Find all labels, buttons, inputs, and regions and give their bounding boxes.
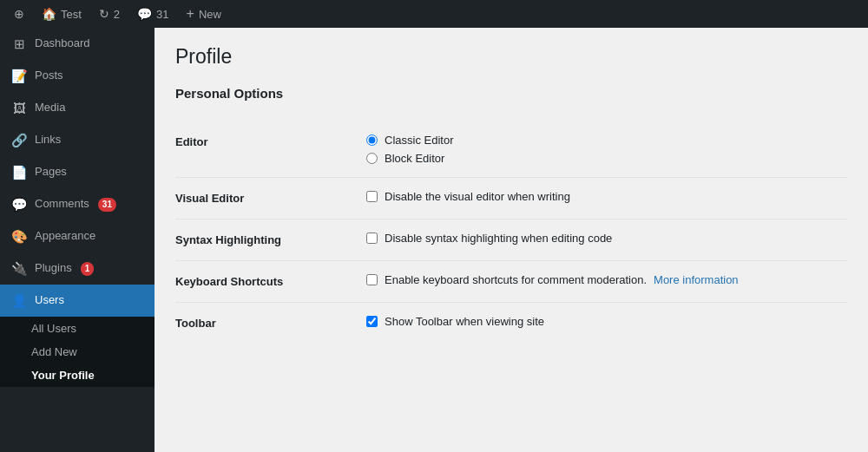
sidebar-item-posts[interactable]: 📝 Posts <box>0 60 155 92</box>
comments-button[interactable]: 💬 31 <box>130 0 175 28</box>
block-editor-option[interactable]: Block Editor <box>366 152 847 165</box>
section-title: Personal Options <box>175 86 847 108</box>
media-icon: 🖼 <box>10 99 28 117</box>
sidebar-label-links: Links <box>35 132 61 147</box>
page-title: Profile <box>175 45 847 69</box>
keyboard-shortcuts-option[interactable]: Enable keyboard shortcuts for comment mo… <box>366 273 847 286</box>
sidebar-label-users: Users <box>35 292 64 308</box>
sidebar: ⊞ Dashboard 📝 Posts 🖼 Media 🔗 Links 📄 Pa… <box>0 28 155 452</box>
keyboard-shortcuts-more-info-link[interactable]: More information <box>654 273 739 286</box>
wp-logo-button[interactable]: ⊕ <box>7 0 31 28</box>
sidebar-item-dashboard[interactable]: ⊞ Dashboard <box>0 28 155 60</box>
syntax-highlighting-label: Syntax Highlighting <box>175 219 366 261</box>
visual-editor-checkbox[interactable] <box>366 191 378 202</box>
new-content-button[interactable]: + New <box>180 0 228 28</box>
new-label: New <box>199 8 221 21</box>
plugins-icon: 🔌 <box>10 259 28 278</box>
updates-icon: ↻ <box>99 7 109 21</box>
main-content: Profile Personal Options Editor Classic … <box>155 28 868 452</box>
sidebar-label-appearance: Appearance <box>35 228 95 244</box>
classic-editor-option[interactable]: Classic Editor <box>366 134 847 147</box>
submenu-add-new[interactable]: Add New <box>0 340 155 364</box>
toolbar-row: Toolbar Show Toolbar when viewing site <box>175 303 847 344</box>
editor-options: Classic Editor Block Editor <box>366 121 847 178</box>
keyboard-shortcuts-row: Keyboard Shortcuts Enable keyboard short… <box>175 261 847 303</box>
sidebar-item-plugins[interactable]: 🔌 Plugins 1 <box>0 252 155 285</box>
comments-nav-icon: 💬 <box>10 195 28 213</box>
plus-icon: + <box>187 6 194 22</box>
posts-icon: 📝 <box>10 67 28 85</box>
keyboard-shortcuts-cell: Enable keyboard shortcuts for comment mo… <box>366 261 847 303</box>
pages-icon: 📄 <box>10 163 28 181</box>
toolbar-checkbox[interactable] <box>366 316 378 327</box>
keyboard-shortcuts-checkbox[interactable] <box>366 274 378 285</box>
sidebar-label-comments: Comments <box>35 196 89 212</box>
syntax-highlighting-description: Disable syntax highlighting when editing… <box>385 232 612 245</box>
sidebar-item-links[interactable]: 🔗 Links <box>0 124 155 156</box>
editor-row: Editor Classic Editor Block Editor <box>175 121 847 178</box>
sidebar-label-posts: Posts <box>35 68 63 83</box>
sidebar-label-plugins: Plugins <box>35 260 72 276</box>
sidebar-item-pages[interactable]: 📄 Pages <box>0 156 155 188</box>
classic-editor-label: Classic Editor <box>385 134 453 147</box>
visual-editor-description: Disable the visual editor when writing <box>385 190 570 203</box>
keyboard-shortcuts-description: Enable keyboard shortcuts for comment mo… <box>385 273 647 286</box>
classic-editor-radio[interactable] <box>366 134 378 146</box>
comments-badge: 31 <box>98 198 116 212</box>
toolbar-option[interactable]: Show Toolbar when viewing site <box>366 315 847 328</box>
sidebar-item-appearance[interactable]: 🎨 Appearance <box>0 220 155 252</box>
visual-editor-option[interactable]: Disable the visual editor when writing <box>366 190 847 203</box>
block-editor-label: Block Editor <box>385 152 444 165</box>
editor-radio-group: Classic Editor Block Editor <box>366 134 847 165</box>
submenu-your-profile[interactable]: Your Profile <box>0 364 155 387</box>
links-icon: 🔗 <box>10 131 28 149</box>
wp-logo-icon: ⊕ <box>14 7 24 21</box>
admin-bar: ⊕ 🏠 Test ↻ 2 💬 31 + New <box>0 0 868 28</box>
users-icon: 👤 <box>10 292 28 310</box>
syntax-highlighting-option[interactable]: Disable syntax highlighting when editing… <box>366 232 847 245</box>
toolbar-label: Toolbar <box>175 303 366 344</box>
syntax-highlighting-row: Syntax Highlighting Disable syntax highl… <box>175 219 847 261</box>
comments-icon: 💬 <box>137 7 152 21</box>
site-name-button[interactable]: 🏠 Test <box>35 0 89 28</box>
updates-button[interactable]: ↻ 2 <box>92 0 127 28</box>
appearance-icon: 🎨 <box>10 227 28 246</box>
visual-editor-cell: Disable the visual editor when writing <box>366 178 847 219</box>
block-editor-radio[interactable] <box>366 153 378 164</box>
sidebar-label-media: Media <box>35 100 65 115</box>
comments-count: 31 <box>156 8 168 21</box>
dashboard-icon: ⊞ <box>10 35 28 53</box>
sidebar-item-media[interactable]: 🖼 Media <box>0 92 155 124</box>
sidebar-item-comments[interactable]: 💬 Comments 31 <box>0 188 155 220</box>
sidebar-label-pages: Pages <box>35 164 67 180</box>
visual-editor-label: Visual Editor <box>175 178 366 219</box>
keyboard-shortcuts-label: Keyboard Shortcuts <box>175 261 366 303</box>
submenu-all-users[interactable]: All Users <box>0 317 155 340</box>
visual-editor-row: Visual Editor Disable the visual editor … <box>175 178 847 219</box>
sidebar-item-users[interactable]: 👤 Users <box>0 285 155 317</box>
updates-count: 2 <box>114 8 120 21</box>
users-submenu: All Users Add New Your Profile <box>0 317 155 387</box>
syntax-highlighting-cell: Disable syntax highlighting when editing… <box>366 219 847 261</box>
plugins-badge: 1 <box>81 262 95 276</box>
syntax-highlighting-checkbox[interactable] <box>366 233 378 244</box>
toolbar-cell: Show Toolbar when viewing site <box>366 303 847 344</box>
site-name-label: Test <box>61 8 82 21</box>
toolbar-description: Show Toolbar when viewing site <box>385 315 544 328</box>
sidebar-label-dashboard: Dashboard <box>35 36 90 51</box>
editor-label: Editor <box>175 121 366 178</box>
layout: ⊞ Dashboard 📝 Posts 🖼 Media 🔗 Links 📄 Pa… <box>0 28 868 452</box>
home-icon: 🏠 <box>42 7 56 21</box>
profile-form-table: Editor Classic Editor Block Editor <box>175 121 847 344</box>
